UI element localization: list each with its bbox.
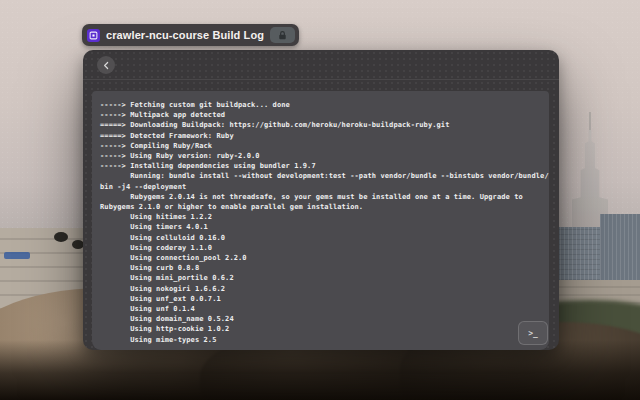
log-line: Rubygems 2.1.0 or higher to enable paral… — [100, 202, 541, 212]
city-skyline — [600, 214, 640, 284]
log-line: Using connection_pool 2.2.0 — [100, 253, 541, 263]
window-title-tab[interactable]: crawler-ncu-course Build Log — [82, 24, 299, 46]
log-line: Using timers 4.0.1 — [100, 222, 541, 232]
log-line: Using coderay 1.1.0 — [100, 243, 541, 253]
build-log-output[interactable]: -----> Fetching custom git buildpack... … — [92, 91, 549, 350]
log-line: Using http-cookie 1.0.2 — [100, 324, 541, 334]
lock-icon — [277, 30, 288, 41]
log-line: Using hitimes 1.2.2 — [100, 212, 541, 222]
back-button[interactable] — [97, 56, 115, 74]
window-header — [83, 50, 559, 80]
window-title: crawler-ncu-course Build Log — [106, 29, 264, 41]
lock-badge[interactable] — [270, 27, 295, 43]
log-line: -----> Installing dependencies using bun… — [100, 161, 541, 171]
chevron-left-icon — [102, 61, 111, 70]
log-line: Using mini_portile 0.6.2 — [100, 273, 541, 283]
skyscraper-antenna — [589, 112, 591, 132]
log-line: Using nokogiri 1.6.6.2 — [100, 284, 541, 294]
build-log-window: -----> Fetching custom git buildpack... … — [83, 50, 559, 350]
log-line: =====> Detected Framework: Ruby — [100, 131, 541, 141]
log-line: Using domain_name 0.5.24 — [100, 314, 541, 324]
graffiti-mark — [4, 252, 30, 259]
log-line: Using celluloid 0.16.0 — [100, 233, 541, 243]
open-console-button[interactable]: >_ — [518, 321, 548, 345]
log-line: Using mime-types 2.5 — [100, 335, 541, 345]
log-line: Running: bundle install --without develo… — [100, 171, 541, 181]
log-line: Using unf 0.1.4 — [100, 304, 541, 314]
log-line: -----> Using Ruby version: ruby-2.0.0 — [100, 151, 541, 161]
graffiti-mark — [54, 232, 68, 242]
log-line: Using curb 0.8.8 — [100, 263, 541, 273]
terminal-prompt-icon: >_ — [528, 329, 538, 338]
log-line: -----> Fetching custom git buildpack... … — [100, 100, 541, 110]
log-line: -----> Compiling Ruby/Rack — [100, 141, 541, 151]
log-line: Using unf_ext 0.0.7.1 — [100, 294, 541, 304]
log-line: bin -j4 --deployment — [100, 182, 541, 192]
log-line: -----> Multipack app detected — [100, 110, 541, 120]
log-line: Rubygems 2.0.14 is not threadsafe, so yo… — [100, 192, 541, 202]
log-line: =====> Downloading Buildpack: https://gi… — [100, 120, 541, 130]
app-logo-icon — [87, 29, 100, 42]
